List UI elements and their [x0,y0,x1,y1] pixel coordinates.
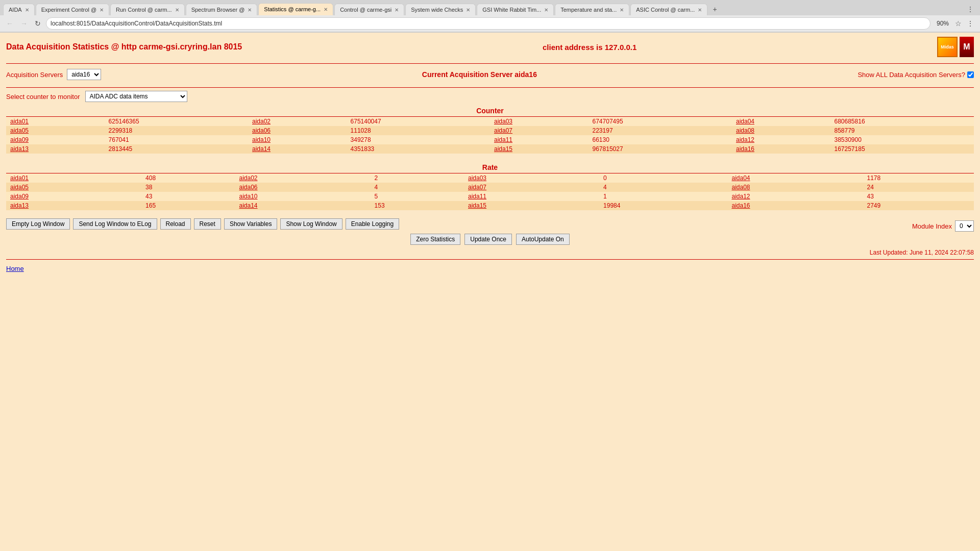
cell-name[interactable]: aida10 [248,135,347,144]
last-updated: Last Updated: June 11, 2024 22:07:58 [6,249,974,256]
cell-value: 2 [371,173,464,183]
close-tab-asic[interactable]: ✕ [698,7,702,13]
tab-spectrum-browser[interactable]: Spectrum Browser @ ✕ [186,4,258,15]
tab-run-control[interactable]: Run Control @ carm... ✕ [110,4,185,15]
zero-statistics-button[interactable]: Zero Statistics [410,234,460,245]
close-tab-experiment[interactable]: ✕ [100,7,104,13]
address-bar-row: ← → ↻ localhost:8015/DataAcquisitionCont… [0,15,980,32]
cell-name[interactable]: aida12 [727,192,863,201]
tab-experiment-control[interactable]: Experiment Control @ ✕ [36,4,109,15]
logo-area: Midas M [937,37,974,57]
cell-name[interactable]: aida14 [248,144,347,154]
cell-name[interactable]: aida03 [464,173,599,183]
reload-button[interactable]: Reload [160,218,191,230]
tab-control[interactable]: Control @ carme-gsi ✕ [334,4,404,15]
cell-name[interactable]: aida10 [235,192,371,201]
cell-name[interactable]: aida16 [727,201,863,210]
cell-value: 4 [371,183,464,192]
cell-name[interactable]: aida02 [248,117,347,126]
show-log-window-button[interactable]: Show Log Window [280,218,342,230]
cell-name[interactable]: aida01 [6,173,141,183]
current-acquisition-server: Current Acquisition Server aida16 [422,70,537,79]
cell-name[interactable]: aida06 [235,183,371,192]
rate-section-title: Rate [6,162,974,173]
cell-value: 66130 [589,135,732,144]
close-tab-run-control[interactable]: ✕ [175,7,179,13]
close-tab-system[interactable]: ✕ [466,7,470,13]
update-once-button[interactable]: Update Once [464,234,512,245]
close-tab-statistics[interactable]: ✕ [324,7,328,12]
tab-system-checks[interactable]: System wide Checks ✕ [405,4,476,15]
bookmark-icon[interactable]: ☆ [955,19,962,28]
cell-name[interactable]: aida07 [464,183,599,192]
tab-temperature[interactable]: Temperature and sta... ✕ [555,4,629,15]
cell-name[interactable]: aida09 [6,135,105,144]
cell-value: 625146365 [105,117,248,126]
cell-name[interactable]: aida13 [6,144,105,154]
add-tab-button[interactable]: + [708,3,721,15]
cell-name[interactable]: aida16 [732,144,830,154]
cell-name[interactable]: aida15 [490,144,589,154]
cell-name[interactable]: aida09 [6,192,141,201]
table-row: aida0538aida064aida074aida0824 [6,183,974,192]
cell-value: 43 [141,192,235,201]
cell-name[interactable]: aida08 [732,126,830,135]
table-row: aida09767041aida10349278aida1166130aida1… [6,135,974,144]
close-tab-gsi[interactable]: ✕ [544,7,548,13]
tab-statistics[interactable]: Statistics @ carme-g... ✕ [258,3,333,15]
extensions-button[interactable]: ⋮ [965,18,976,29]
cell-name[interactable]: aida11 [490,135,589,144]
show-variables-button[interactable]: Show Variables [224,218,278,230]
close-tab-spectrum[interactable]: ✕ [248,7,252,13]
tab-asic-control[interactable]: ASIC Control @ carm... ✕ [630,4,707,15]
close-tab-aida[interactable]: ✕ [25,7,29,13]
send-log-window-button[interactable]: Send Log Window to ELog [73,218,157,230]
cell-name[interactable]: aida01 [6,117,105,126]
cell-name[interactable]: aida12 [732,135,830,144]
cell-name[interactable]: aida02 [235,173,371,183]
reset-button[interactable]: Reset [194,218,221,230]
tab-aida[interactable]: AIDA ✕ [3,4,35,15]
home-link[interactable]: Home [6,265,974,272]
autoupdate-button[interactable]: AutoUpdate On [516,234,570,245]
back-button[interactable]: ← [4,18,15,29]
cell-value: 2813445 [105,144,248,154]
cell-name[interactable]: aida03 [490,117,589,126]
tab-gsi-white-rabbit[interactable]: GSI White Rabbit Tim... ✕ [477,4,554,15]
forward-button[interactable]: → [18,18,30,29]
cell-name[interactable]: aida04 [727,173,863,183]
cell-name[interactable]: aida13 [6,201,141,210]
cell-name[interactable]: aida14 [235,201,371,210]
cell-name[interactable]: aida06 [248,126,347,135]
page-header: Data Acquisition Statistics @ http carme… [6,37,974,57]
close-tab-control[interactable]: ✕ [395,7,399,13]
close-tab-temperature[interactable]: ✕ [620,7,624,13]
cell-value: 43 [863,192,974,201]
cell-name[interactable]: aida05 [6,183,141,192]
cell-name[interactable]: aida15 [464,201,599,210]
module-index-select[interactable]: 0 [955,220,974,232]
client-address: client address is 127.0.0.1 [543,43,636,52]
cell-name[interactable]: aida11 [464,192,599,201]
table-row: aida01625146365aida02675140047aida036747… [6,117,974,126]
header-divider [6,63,974,64]
counter-select-dropdown[interactable]: AIDA ADC data items [85,91,187,102]
address-bar[interactable]: localhost:8015/DataAcquisitionControl/Da… [46,17,930,30]
show-all-checkbox[interactable] [967,71,974,78]
cell-name[interactable]: aida05 [6,126,105,135]
cell-value: 767041 [105,135,248,144]
cell-name[interactable]: aida07 [490,126,589,135]
cell-value: 2299318 [105,126,248,135]
acquisition-server-select[interactable]: aida16 [67,69,101,80]
enable-logging-button[interactable]: Enable Logging [346,218,399,230]
cell-value: 349278 [347,135,490,144]
cell-name[interactable]: aida08 [727,183,863,192]
acquisition-servers-left: Acquisition Servers aida16 [6,69,101,80]
reload-browser-button[interactable]: ↻ [33,18,43,29]
cell-value: 674707495 [589,117,732,126]
cell-name[interactable]: aida04 [732,117,830,126]
empty-log-window-button[interactable]: Empty Log Window [6,218,70,230]
show-all-label: Show ALL Data Acquisition Servers? [857,71,965,79]
cell-value: 4351833 [347,144,490,154]
counter-label-row: Select counter to monitor AIDA ADC data … [6,91,974,102]
